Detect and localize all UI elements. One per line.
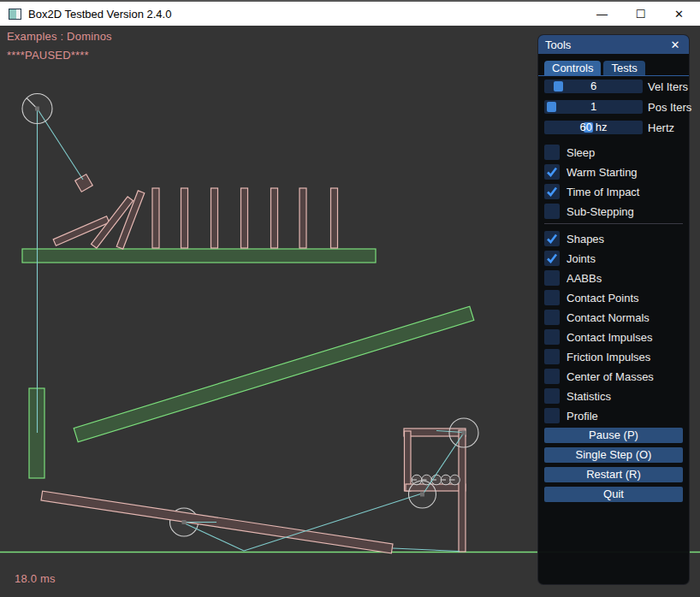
pause-button[interactable]: Pause (P) — [544, 428, 683, 443]
checkbox-icon[interactable] — [544, 231, 560, 246]
tools-panel: Tools ✕ Controls Tests 6 Vel Iters 1 Pos… — [537, 34, 690, 585]
simulation-options: Sleep Warm Starting Time of Impact Sub-S… — [544, 145, 683, 423]
vel-iters-slider-row: 6 Vel Iters — [544, 80, 683, 93]
hertz-slider[interactable]: 60 hz — [544, 121, 643, 134]
checkbox-icon[interactable] — [544, 145, 560, 160]
pos-iters-slider[interactable]: 1 — [544, 100, 643, 114]
app-icon — [9, 9, 21, 20]
checkbox-sleep[interactable]: Sleep — [544, 145, 683, 160]
action-buttons: Pause (P) Single Step (O) Restart (R) Qu… — [544, 428, 683, 502]
tab-controls[interactable]: Controls — [544, 61, 601, 75]
checkbox-warm-starting[interactable]: Warm Starting — [544, 164, 683, 180]
quit-button[interactable]: Quit — [544, 487, 683, 502]
tools-panel-title: Tools — [545, 38, 571, 51]
maximize-button[interactable]: ☐ — [621, 2, 660, 26]
pos-iters-slider-row: 1 Pos Iters — [544, 100, 683, 114]
os-titlebar: Box2D Testbed Version 2.4.0 — ☐ ✕ — [0, 0, 700, 26]
example-label: Examples : Dominos — [7, 30, 112, 43]
close-button[interactable]: ✕ — [660, 2, 698, 26]
checkbox-contact-points[interactable]: Contact Points — [544, 290, 683, 305]
checkbox-icon[interactable] — [544, 369, 560, 384]
window-title: Box2D Testbed Version 2.4.0 — [28, 8, 171, 21]
checkbox-statistics[interactable]: Statistics — [544, 388, 683, 404]
checkbox-profile[interactable]: Profile — [544, 408, 683, 423]
checkbox-joints[interactable]: Joints — [544, 251, 683, 266]
checkbox-icon[interactable] — [544, 388, 560, 404]
checkbox-icon[interactable] — [544, 164, 560, 180]
hertz-label: Hertz — [648, 121, 674, 134]
restart-button[interactable]: Restart (R) — [544, 467, 683, 482]
checkbox-icon[interactable] — [544, 270, 560, 286]
hertz-value: 60 hz — [544, 121, 643, 134]
checkbox-icon[interactable] — [544, 184, 560, 199]
checkbox-contact-impulses[interactable]: Contact Impulses — [544, 329, 683, 345]
paused-label: ****PAUSED**** — [7, 49, 89, 62]
checkbox-icon[interactable] — [544, 329, 560, 345]
vel-iters-label: Vel Iters — [648, 80, 688, 93]
hertz-slider-row: 60 hz Hertz — [544, 121, 683, 134]
checkbox-friction-impulses[interactable]: Friction Impulses — [544, 349, 683, 364]
tab-tests[interactable]: Tests — [603, 61, 644, 75]
checkbox-aabbs[interactable]: AABBs — [544, 270, 683, 286]
tools-tabbar: Controls Tests — [538, 54, 689, 76]
pos-iters-label: Pos Iters — [648, 101, 691, 114]
checkbox-icon[interactable] — [544, 290, 560, 305]
checkbox-shapes[interactable]: Shapes — [544, 231, 683, 246]
checkbox-contact-normals[interactable]: Contact Normals — [544, 310, 683, 325]
checkbox-icon[interactable] — [544, 310, 560, 325]
checkbox-icon[interactable] — [544, 251, 560, 266]
checkbox-center-of-masses[interactable]: Center of Masses — [544, 369, 683, 384]
separator — [544, 223, 683, 224]
single-step-button[interactable]: Single Step (O) — [544, 447, 683, 463]
minimize-button[interactable]: — — [583, 2, 621, 26]
vel-iters-value: 6 — [544, 80, 643, 93]
tools-close-icon[interactable]: ✕ — [668, 38, 682, 51]
frame-time-label: 18.0 ms — [15, 572, 56, 585]
app-window: Box2D Testbed Version 2.4.0 — ☐ ✕ — [0, 0, 700, 597]
tools-panel-titlebar[interactable]: Tools ✕ — [538, 35, 689, 54]
checkbox-icon[interactable] — [544, 204, 560, 219]
pos-iters-value: 1 — [544, 100, 643, 114]
checkbox-icon[interactable] — [544, 408, 560, 423]
checkbox-icon[interactable] — [544, 349, 560, 364]
checkbox-time-of-impact[interactable]: Time of Impact — [544, 184, 683, 199]
checkbox-sub-stepping[interactable]: Sub-Stepping — [544, 204, 683, 219]
vel-iters-slider[interactable]: 6 — [544, 80, 643, 93]
